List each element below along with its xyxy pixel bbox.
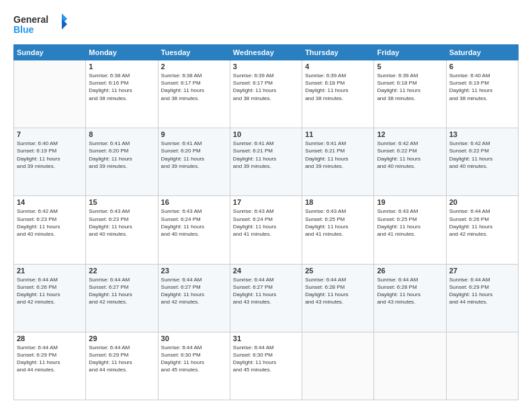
- day-info: Sunrise: 6:42 AMSunset: 6:22 PMDaylight:…: [449, 140, 515, 170]
- day-number: 21: [17, 267, 83, 275]
- day-number: 31: [233, 334, 299, 342]
- day-info: Sunrise: 6:44 AMSunset: 6:29 PMDaylight:…: [17, 344, 83, 374]
- calendar-day-cell: 24Sunrise: 6:44 AMSunset: 6:27 PMDayligh…: [230, 264, 302, 332]
- calendar-day-cell: 11Sunrise: 6:41 AMSunset: 6:21 PMDayligh…: [302, 128, 374, 196]
- header: General Blue: [13, 11, 519, 38]
- calendar-week-row: 14Sunrise: 6:42 AMSunset: 6:23 PMDayligh…: [14, 196, 519, 264]
- calendar-day-cell: 14Sunrise: 6:42 AMSunset: 6:23 PMDayligh…: [14, 196, 86, 264]
- calendar-day-cell: 26Sunrise: 6:44 AMSunset: 6:28 PMDayligh…: [374, 264, 446, 332]
- calendar-day-cell: 29Sunrise: 6:44 AMSunset: 6:29 PMDayligh…: [86, 332, 158, 400]
- day-number: 23: [161, 267, 227, 275]
- calendar-day-cell: [14, 60, 86, 128]
- day-number: 30: [161, 334, 227, 342]
- calendar-week-row: 1Sunrise: 6:38 AMSunset: 6:16 PMDaylight…: [14, 60, 519, 128]
- calendar-day-cell: 25Sunrise: 6:44 AMSunset: 6:28 PMDayligh…: [302, 264, 374, 332]
- day-info: Sunrise: 6:40 AMSunset: 6:19 PMDaylight:…: [17, 140, 83, 170]
- day-info: Sunrise: 6:41 AMSunset: 6:20 PMDaylight:…: [161, 140, 227, 170]
- calendar-day-cell: 13Sunrise: 6:42 AMSunset: 6:22 PMDayligh…: [446, 128, 518, 196]
- calendar-day-cell: 31Sunrise: 6:44 AMSunset: 6:30 PMDayligh…: [230, 332, 302, 400]
- day-number: 27: [449, 267, 515, 275]
- calendar-day-cell: 27Sunrise: 6:44 AMSunset: 6:29 PMDayligh…: [446, 264, 518, 332]
- calendar-day-cell: 12Sunrise: 6:42 AMSunset: 6:22 PMDayligh…: [374, 128, 446, 196]
- calendar-day-cell: 1Sunrise: 6:38 AMSunset: 6:16 PMDaylight…: [86, 60, 158, 128]
- day-info: Sunrise: 6:44 AMSunset: 6:27 PMDaylight:…: [233, 276, 299, 306]
- calendar-day-cell: 18Sunrise: 6:43 AMSunset: 6:25 PMDayligh…: [302, 196, 374, 264]
- calendar-week-row: 21Sunrise: 6:44 AMSunset: 6:26 PMDayligh…: [14, 264, 519, 332]
- day-info: Sunrise: 6:44 AMSunset: 6:26 PMDaylight:…: [17, 276, 83, 306]
- calendar-day-header: Wednesday: [230, 45, 302, 60]
- day-info: Sunrise: 6:38 AMSunset: 6:17 PMDaylight:…: [161, 72, 227, 102]
- calendar-week-row: 28Sunrise: 6:44 AMSunset: 6:29 PMDayligh…: [14, 332, 519, 400]
- day-number: 25: [305, 267, 371, 275]
- day-info: Sunrise: 6:43 AMSunset: 6:24 PMDaylight:…: [233, 208, 299, 238]
- calendar-day-cell: 19Sunrise: 6:43 AMSunset: 6:25 PMDayligh…: [374, 196, 446, 264]
- calendar-week-row: 7Sunrise: 6:40 AMSunset: 6:19 PMDaylight…: [14, 128, 519, 196]
- day-info: Sunrise: 6:41 AMSunset: 6:20 PMDaylight:…: [89, 140, 154, 170]
- svg-text:General: General: [13, 14, 48, 25]
- calendar-day-cell: 15Sunrise: 6:43 AMSunset: 6:23 PMDayligh…: [86, 196, 158, 264]
- day-number: 16: [161, 198, 227, 206]
- day-number: 18: [305, 198, 371, 206]
- day-info: Sunrise: 6:43 AMSunset: 6:25 PMDaylight:…: [377, 208, 443, 238]
- logo: General Blue: [13, 11, 67, 38]
- day-number: 24: [233, 267, 299, 275]
- day-number: 1: [89, 62, 154, 71]
- day-number: 7: [17, 130, 83, 138]
- calendar-day-cell: 16Sunrise: 6:43 AMSunset: 6:24 PMDayligh…: [158, 196, 230, 264]
- day-number: 11: [305, 130, 371, 138]
- calendar-day-cell: 9Sunrise: 6:41 AMSunset: 6:20 PMDaylight…: [158, 128, 230, 196]
- day-info: Sunrise: 6:38 AMSunset: 6:16 PMDaylight:…: [89, 72, 154, 102]
- day-number: 29: [89, 334, 154, 342]
- day-number: 14: [17, 198, 83, 206]
- calendar-day-cell: 3Sunrise: 6:39 AMSunset: 6:17 PMDaylight…: [230, 60, 302, 128]
- day-number: 22: [89, 267, 154, 275]
- calendar-day-cell: 30Sunrise: 6:44 AMSunset: 6:30 PMDayligh…: [158, 332, 230, 400]
- day-info: Sunrise: 6:44 AMSunset: 6:26 PMDaylight:…: [449, 208, 515, 238]
- calendar-day-cell: 7Sunrise: 6:40 AMSunset: 6:19 PMDaylight…: [14, 128, 86, 196]
- day-info: Sunrise: 6:40 AMSunset: 6:19 PMDaylight:…: [449, 72, 515, 102]
- day-info: Sunrise: 6:44 AMSunset: 6:27 PMDaylight:…: [89, 276, 154, 306]
- calendar-day-header: Saturday: [446, 45, 518, 60]
- day-number: 4: [305, 62, 371, 71]
- calendar-day-header: Monday: [86, 45, 158, 60]
- calendar-day-cell: 4Sunrise: 6:39 AMSunset: 6:18 PMDaylight…: [302, 60, 374, 128]
- calendar-day-header: Sunday: [14, 45, 86, 60]
- day-info: Sunrise: 6:43 AMSunset: 6:25 PMDaylight:…: [305, 208, 371, 238]
- day-info: Sunrise: 6:44 AMSunset: 6:30 PMDaylight:…: [161, 344, 227, 374]
- day-number: 26: [377, 267, 443, 275]
- day-info: Sunrise: 6:42 AMSunset: 6:23 PMDaylight:…: [17, 208, 83, 238]
- day-number: 12: [377, 130, 443, 138]
- svg-text:Blue: Blue: [13, 24, 34, 35]
- calendar-day-cell: 23Sunrise: 6:44 AMSunset: 6:27 PMDayligh…: [158, 264, 230, 332]
- calendar-day-cell: 21Sunrise: 6:44 AMSunset: 6:26 PMDayligh…: [14, 264, 86, 332]
- calendar-day-cell: 2Sunrise: 6:38 AMSunset: 6:17 PMDaylight…: [158, 60, 230, 128]
- calendar-day-cell: [374, 332, 446, 400]
- day-number: 10: [233, 130, 299, 138]
- day-info: Sunrise: 6:44 AMSunset: 6:28 PMDaylight:…: [377, 276, 443, 306]
- calendar-day-cell: 5Sunrise: 6:39 AMSunset: 6:18 PMDaylight…: [374, 60, 446, 128]
- day-number: 19: [377, 198, 443, 206]
- day-info: Sunrise: 6:43 AMSunset: 6:24 PMDaylight:…: [161, 208, 227, 238]
- page: General Blue SundayMondayTuesdayWednesda…: [0, 0, 532, 411]
- calendar-day-cell: [446, 332, 518, 400]
- day-info: Sunrise: 6:41 AMSunset: 6:21 PMDaylight:…: [233, 140, 299, 170]
- day-info: Sunrise: 6:44 AMSunset: 6:28 PMDaylight:…: [305, 276, 371, 306]
- day-number: 13: [449, 130, 515, 138]
- calendar-day-cell: 28Sunrise: 6:44 AMSunset: 6:29 PMDayligh…: [14, 332, 86, 400]
- day-number: 17: [233, 198, 299, 206]
- day-info: Sunrise: 6:39 AMSunset: 6:18 PMDaylight:…: [305, 72, 371, 102]
- logo-svg: General Blue: [13, 11, 67, 38]
- calendar-day-cell: 8Sunrise: 6:41 AMSunset: 6:20 PMDaylight…: [86, 128, 158, 196]
- day-info: Sunrise: 6:41 AMSunset: 6:21 PMDaylight:…: [305, 140, 371, 170]
- day-number: 9: [161, 130, 227, 138]
- calendar-day-cell: [302, 332, 374, 400]
- calendar-day-cell: 20Sunrise: 6:44 AMSunset: 6:26 PMDayligh…: [446, 196, 518, 264]
- day-number: 15: [89, 198, 154, 206]
- day-number: 3: [233, 62, 299, 71]
- calendar-table: SundayMondayTuesdayWednesdayThursdayFrid…: [13, 44, 519, 400]
- day-info: Sunrise: 6:39 AMSunset: 6:17 PMDaylight:…: [233, 72, 299, 102]
- calendar-day-header: Thursday: [302, 45, 374, 60]
- day-info: Sunrise: 6:44 AMSunset: 6:29 PMDaylight:…: [89, 344, 154, 374]
- day-info: Sunrise: 6:44 AMSunset: 6:27 PMDaylight:…: [161, 276, 227, 306]
- calendar-day-cell: 17Sunrise: 6:43 AMSunset: 6:24 PMDayligh…: [230, 196, 302, 264]
